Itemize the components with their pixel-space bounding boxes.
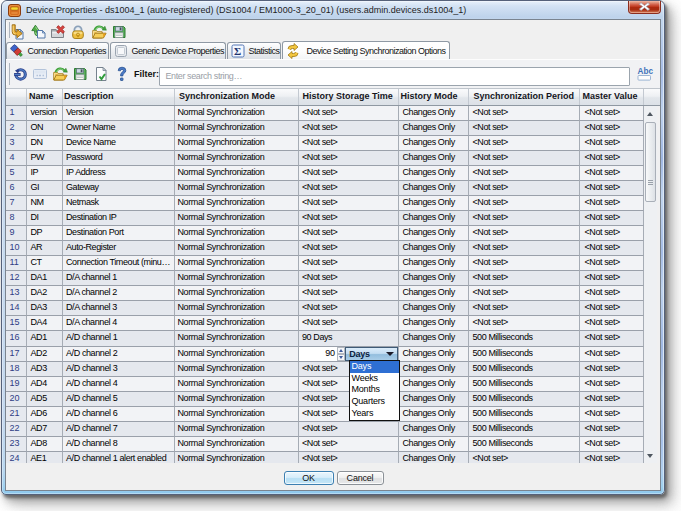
svg-text:Abc: Abc [638,66,654,75]
svg-text:Σ: Σ [234,45,241,57]
